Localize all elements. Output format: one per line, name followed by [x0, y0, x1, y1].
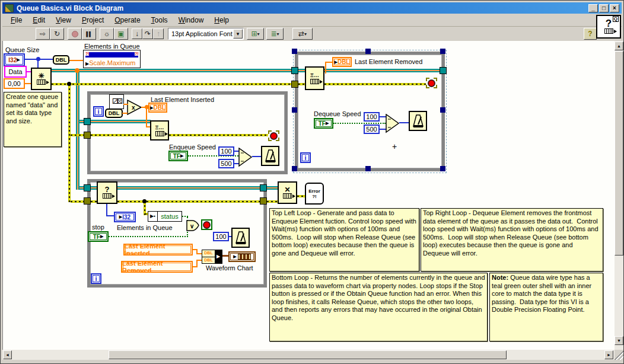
to-double-node[interactable]: DBL: [105, 108, 123, 118]
loop-condition-terminal[interactable]: [268, 130, 279, 141]
get-queue-status-node[interactable]: ?: [97, 181, 117, 204]
comment-bottom-loop[interactable]: Bottom Loop - Returns the number of elem…: [269, 273, 488, 341]
selection-handle[interactable]: [365, 49, 371, 54]
scroll-left-button[interactable]: ◄: [3, 350, 12, 359]
menu-project[interactable]: Project: [77, 15, 109, 25]
pause-button[interactable]: ▌▌: [82, 28, 96, 40]
scroll-up-button[interactable]: ▲: [615, 41, 623, 50]
run-continuous-button[interactable]: ↻: [50, 28, 64, 40]
error-tunnel[interactable]: [84, 197, 91, 205]
vertical-scroll-thumb[interactable]: [615, 51, 623, 256]
wait-ms-node[interactable]: [409, 111, 427, 131]
context-help-button[interactable]: ?: [584, 28, 597, 40]
comment-top-left-loop[interactable]: Top Left Loop - Generate and pass data t…: [269, 208, 419, 272]
dequeue-speed-control[interactable]: TF▶: [314, 118, 333, 129]
comment-note[interactable]: Note: Queue data wire type has a teal gr…: [489, 273, 603, 341]
menu-window[interactable]: Window: [174, 15, 209, 25]
select-node[interactable]: [386, 114, 400, 133]
size-constant[interactable]: 0,00: [4, 78, 25, 89]
selection-handle[interactable]: [440, 107, 445, 113]
queue-tunnel[interactable]: [440, 67, 447, 74]
simple-error-handler-node[interactable]: Error ?!: [305, 183, 324, 205]
menu-file[interactable]: File: [6, 15, 27, 25]
obtain-queue-node[interactable]: ✳: [31, 68, 52, 90]
align-objects-button[interactable]: ⊞▾: [247, 28, 264, 40]
step-over-button[interactable]: ↷: [142, 28, 153, 39]
enqueue-element-node[interactable]: Ξ…: [150, 120, 169, 141]
wait-ms-node[interactable]: [261, 146, 279, 166]
unbundle-status-node[interactable]: ▶▪ status: [148, 211, 182, 222]
enqueue-speed-control[interactable]: TF▶: [168, 151, 188, 161]
font-dropdown-arrow[interactable]: ▾: [233, 29, 243, 39]
menu-help[interactable]: Help: [209, 15, 234, 25]
wait-constant-100[interactable]: 100: [213, 232, 229, 241]
comment-top-right-loop[interactable]: Top Right Loop - Dequeue Element removes…: [421, 208, 603, 272]
last-element-inserted-indicator[interactable]: ▶DBL: [148, 103, 167, 113]
local-variable-last-element-inserted[interactable]: Last Element Inserted: [123, 244, 193, 256]
maximize-button[interactable]: □: [599, 4, 609, 12]
data-string-constant[interactable]: Data: [4, 66, 27, 78]
waveform-chart-terminal[interactable]: ▶: [228, 251, 256, 262]
queue-tunnel[interactable]: [84, 184, 91, 191]
selection-handle[interactable]: [365, 166, 371, 171]
error-tunnel[interactable]: [291, 81, 298, 88]
abort-button[interactable]: [68, 28, 82, 40]
selection-handle[interactable]: [292, 49, 297, 54]
select-node[interactable]: [238, 148, 253, 167]
multiply-node[interactable]: x: [127, 100, 142, 116]
scroll-right-button[interactable]: ►: [604, 350, 613, 359]
random-number-dice-icon[interactable]: ⚂⚄: [109, 94, 124, 109]
property-node[interactable]: ?! ?! ▶Scale.Maximum: [83, 50, 141, 68]
queue-tunnel[interactable]: [260, 184, 267, 191]
or-node[interactable]: ∨: [186, 219, 200, 232]
retain-wire-values-button[interactable]: ▣: [114, 28, 128, 40]
wait-constant-500[interactable]: 500: [364, 124, 380, 134]
release-queue-node[interactable]: ✕: [278, 181, 297, 204]
close-button[interactable]: ×: [610, 4, 619, 12]
loop-condition-terminal[interactable]: [426, 78, 437, 88]
run-button[interactable]: ⇨: [36, 28, 50, 40]
loop-condition-terminal[interactable]: [201, 219, 212, 230]
wait-ms-node[interactable]: [231, 228, 250, 248]
iteration-terminal[interactable]: i: [91, 273, 101, 284]
menu-operate[interactable]: Operate: [110, 15, 145, 25]
error-tunnel[interactable]: [84, 132, 91, 139]
selection-handle[interactable]: [292, 166, 297, 171]
font-selector[interactable]: 13pt Application Font ▾: [168, 28, 244, 40]
wait-constant-500[interactable]: 500: [218, 159, 234, 168]
wait-constant-100[interactable]: 100: [364, 112, 380, 122]
title-bar[interactable]: Queue Basics.vi Block Diagram _ □ ×: [2, 2, 622, 14]
selection-handle[interactable]: [440, 49, 445, 54]
reorder-button[interactable]: ⇄▾: [292, 28, 313, 40]
iteration-terminal[interactable]: i: [300, 152, 311, 163]
comment-create-queue[interactable]: Create one queue named "data" and set it…: [4, 92, 62, 147]
dequeue-element-node[interactable]: Ξ…: [305, 66, 324, 90]
to-double-coercion[interactable]: DBL: [53, 55, 69, 65]
resize-grip[interactable]: [615, 350, 624, 360]
vi-icon[interactable]: ? Q: [596, 15, 621, 39]
step-into-button[interactable]: ↓: [132, 28, 142, 39]
highlight-execution-button[interactable]: ☼: [100, 28, 114, 40]
local-variable-last-element-removed[interactable]: Last Element Removed: [121, 261, 193, 273]
menu-view[interactable]: View: [51, 15, 76, 25]
menu-edit[interactable]: Edit: [28, 15, 50, 25]
elements-in-queue-indicator[interactable]: ▶I32: [114, 212, 136, 222]
horizontal-scroll-thumb[interactable]: [109, 350, 507, 359]
bundle-node[interactable]: DBL DBL ▶: [202, 250, 222, 264]
step-out-button[interactable]: ↑: [153, 28, 164, 39]
selection-handle[interactable]: [292, 107, 297, 113]
stop-button-terminal[interactable]: TF▶: [88, 231, 109, 242]
minimize-button[interactable]: _: [588, 4, 598, 12]
menu-tools[interactable]: Tools: [147, 15, 173, 25]
queue-size-control[interactable]: I32▶: [4, 53, 25, 66]
property-scale-maximum[interactable]: ▶Scale.Maximum: [85, 59, 135, 66]
queue-tunnel[interactable]: [291, 67, 298, 74]
distribute-objects-button[interactable]: ≣▾: [266, 28, 284, 40]
wait-constant-100[interactable]: 100: [218, 146, 234, 156]
error-tunnel[interactable]: [260, 197, 267, 205]
scroll-down-button[interactable]: ▼: [615, 336, 623, 345]
selection-handle[interactable]: [440, 166, 445, 171]
last-element-removed-indicator[interactable]: ▶DBL: [332, 57, 352, 67]
queue-tunnel[interactable]: [84, 118, 91, 125]
iteration-terminal[interactable]: i: [93, 106, 104, 117]
